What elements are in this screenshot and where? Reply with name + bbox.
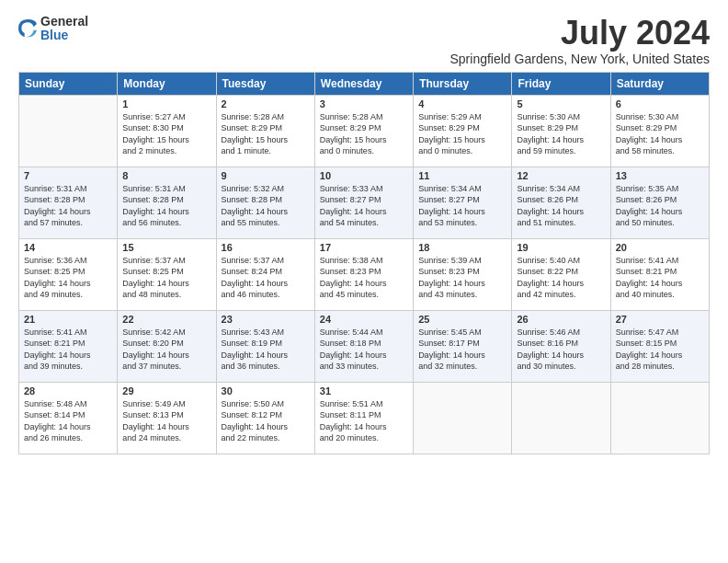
table-cell bbox=[19, 95, 118, 167]
day-number: 2 bbox=[222, 98, 310, 109]
day-number: 14 bbox=[24, 242, 112, 253]
day-number: 24 bbox=[320, 314, 408, 325]
day-number: 5 bbox=[517, 98, 605, 109]
logo-general: General bbox=[40, 15, 88, 29]
day-number: 22 bbox=[122, 314, 210, 325]
day-number: 27 bbox=[616, 314, 704, 325]
day-info: Sunrise: 5:41 AM Sunset: 8:21 PM Dayligh… bbox=[24, 327, 112, 373]
day-info: Sunrise: 5:33 AM Sunset: 8:27 PM Dayligh… bbox=[320, 183, 408, 229]
day-info: Sunrise: 5:44 AM Sunset: 8:18 PM Dayligh… bbox=[320, 327, 408, 373]
day-info: Sunrise: 5:47 AM Sunset: 8:15 PM Dayligh… bbox=[616, 327, 704, 373]
table-cell: 11Sunrise: 5:34 AM Sunset: 8:27 PM Dayli… bbox=[414, 167, 512, 238]
table-cell: 4Sunrise: 5:29 AM Sunset: 8:29 PM Daylig… bbox=[414, 95, 512, 167]
day-info: Sunrise: 5:30 AM Sunset: 8:29 PM Dayligh… bbox=[616, 111, 704, 157]
table-cell: 19Sunrise: 5:40 AM Sunset: 8:22 PM Dayli… bbox=[512, 238, 610, 310]
day-number: 9 bbox=[222, 170, 310, 181]
table-cell: 17Sunrise: 5:38 AM Sunset: 8:23 PM Dayli… bbox=[314, 238, 413, 310]
calendar-table: Sunday Monday Tuesday Wednesday Thursday… bbox=[18, 72, 710, 454]
day-number: 18 bbox=[418, 242, 506, 253]
day-number: 29 bbox=[122, 385, 210, 396]
day-number: 31 bbox=[320, 385, 408, 396]
table-cell: 27Sunrise: 5:47 AM Sunset: 8:15 PM Dayli… bbox=[610, 310, 709, 382]
header-sunday: Sunday bbox=[19, 72, 118, 95]
day-info: Sunrise: 5:37 AM Sunset: 8:25 PM Dayligh… bbox=[122, 255, 210, 301]
table-cell: 7Sunrise: 5:31 AM Sunset: 8:28 PM Daylig… bbox=[19, 167, 118, 238]
table-row: 21Sunrise: 5:41 AM Sunset: 8:21 PM Dayli… bbox=[19, 310, 710, 382]
subtitle: Springfield Gardens, New York, United St… bbox=[450, 52, 711, 66]
day-number: 6 bbox=[616, 98, 704, 109]
table-cell: 22Sunrise: 5:42 AM Sunset: 8:20 PM Dayli… bbox=[118, 310, 216, 382]
day-info: Sunrise: 5:34 AM Sunset: 8:27 PM Dayligh… bbox=[418, 183, 506, 229]
day-info: Sunrise: 5:50 AM Sunset: 8:12 PM Dayligh… bbox=[222, 398, 310, 444]
table-row: 28Sunrise: 5:48 AM Sunset: 8:14 PM Dayli… bbox=[19, 382, 710, 454]
day-info: Sunrise: 5:43 AM Sunset: 8:19 PM Dayligh… bbox=[222, 327, 310, 373]
table-cell bbox=[610, 382, 709, 454]
table-cell: 29Sunrise: 5:49 AM Sunset: 8:13 PM Dayli… bbox=[118, 382, 216, 454]
day-number: 7 bbox=[24, 170, 112, 181]
title-area: July 2024 Springfield Gardens, New York,… bbox=[450, 15, 711, 66]
day-number: 28 bbox=[24, 385, 112, 396]
day-info: Sunrise: 5:45 AM Sunset: 8:17 PM Dayligh… bbox=[418, 327, 506, 373]
main-title: July 2024 bbox=[450, 15, 711, 52]
day-info: Sunrise: 5:27 AM Sunset: 8:30 PM Dayligh… bbox=[122, 111, 210, 157]
table-cell: 30Sunrise: 5:50 AM Sunset: 8:12 PM Dayli… bbox=[216, 382, 314, 454]
day-number: 21 bbox=[24, 314, 112, 325]
day-number: 10 bbox=[320, 170, 408, 181]
day-info: Sunrise: 5:30 AM Sunset: 8:29 PM Dayligh… bbox=[517, 111, 605, 157]
table-cell: 24Sunrise: 5:44 AM Sunset: 8:18 PM Dayli… bbox=[314, 310, 413, 382]
day-number: 8 bbox=[122, 170, 210, 181]
page: General Blue July 2024 Springfield Garde… bbox=[0, 0, 728, 563]
table-cell: 14Sunrise: 5:36 AM Sunset: 8:25 PM Dayli… bbox=[19, 238, 118, 310]
day-number: 20 bbox=[616, 242, 704, 253]
table-cell bbox=[512, 382, 610, 454]
day-info: Sunrise: 5:40 AM Sunset: 8:22 PM Dayligh… bbox=[517, 255, 605, 301]
header: General Blue July 2024 Springfield Garde… bbox=[18, 15, 710, 66]
day-number: 12 bbox=[517, 170, 605, 181]
table-cell: 6Sunrise: 5:30 AM Sunset: 8:29 PM Daylig… bbox=[610, 95, 709, 167]
header-monday: Monday bbox=[118, 72, 216, 95]
day-number: 1 bbox=[122, 98, 210, 109]
table-cell: 26Sunrise: 5:46 AM Sunset: 8:16 PM Dayli… bbox=[512, 310, 610, 382]
table-cell: 2Sunrise: 5:28 AM Sunset: 8:29 PM Daylig… bbox=[216, 95, 314, 167]
day-number: 19 bbox=[517, 242, 605, 253]
table-cell: 10Sunrise: 5:33 AM Sunset: 8:27 PM Dayli… bbox=[314, 167, 413, 238]
weekday-header-row: Sunday Monday Tuesday Wednesday Thursday… bbox=[19, 72, 710, 95]
day-info: Sunrise: 5:46 AM Sunset: 8:16 PM Dayligh… bbox=[517, 327, 605, 373]
day-number: 3 bbox=[320, 98, 408, 109]
day-info: Sunrise: 5:36 AM Sunset: 8:25 PM Dayligh… bbox=[24, 255, 112, 301]
table-cell: 3Sunrise: 5:28 AM Sunset: 8:29 PM Daylig… bbox=[314, 95, 413, 167]
day-info: Sunrise: 5:29 AM Sunset: 8:29 PM Dayligh… bbox=[418, 111, 506, 157]
table-cell: 1Sunrise: 5:27 AM Sunset: 8:30 PM Daylig… bbox=[118, 95, 216, 167]
day-number: 11 bbox=[418, 170, 506, 181]
table-cell: 16Sunrise: 5:37 AM Sunset: 8:24 PM Dayli… bbox=[216, 238, 314, 310]
table-cell bbox=[414, 382, 512, 454]
day-number: 15 bbox=[122, 242, 210, 253]
day-number: 26 bbox=[517, 314, 605, 325]
table-cell: 18Sunrise: 5:39 AM Sunset: 8:23 PM Dayli… bbox=[414, 238, 512, 310]
table-cell: 20Sunrise: 5:41 AM Sunset: 8:21 PM Dayli… bbox=[610, 238, 709, 310]
table-cell: 21Sunrise: 5:41 AM Sunset: 8:21 PM Dayli… bbox=[19, 310, 118, 382]
header-thursday: Thursday bbox=[414, 72, 512, 95]
day-info: Sunrise: 5:38 AM Sunset: 8:23 PM Dayligh… bbox=[320, 255, 408, 301]
table-cell: 13Sunrise: 5:35 AM Sunset: 8:26 PM Dayli… bbox=[610, 167, 709, 238]
table-cell: 5Sunrise: 5:30 AM Sunset: 8:29 PM Daylig… bbox=[512, 95, 610, 167]
header-saturday: Saturday bbox=[610, 72, 709, 95]
table-cell: 28Sunrise: 5:48 AM Sunset: 8:14 PM Dayli… bbox=[19, 382, 118, 454]
day-info: Sunrise: 5:42 AM Sunset: 8:20 PM Dayligh… bbox=[122, 327, 210, 373]
day-info: Sunrise: 5:41 AM Sunset: 8:21 PM Dayligh… bbox=[616, 255, 704, 301]
day-number: 17 bbox=[320, 242, 408, 253]
day-number: 16 bbox=[222, 242, 310, 253]
table-row: 7Sunrise: 5:31 AM Sunset: 8:28 PM Daylig… bbox=[19, 167, 710, 238]
day-info: Sunrise: 5:31 AM Sunset: 8:28 PM Dayligh… bbox=[122, 183, 210, 229]
table-cell: 12Sunrise: 5:34 AM Sunset: 8:26 PM Dayli… bbox=[512, 167, 610, 238]
table-cell: 31Sunrise: 5:51 AM Sunset: 8:11 PM Dayli… bbox=[314, 382, 413, 454]
day-info: Sunrise: 5:28 AM Sunset: 8:29 PM Dayligh… bbox=[320, 111, 408, 157]
logo-text: General Blue bbox=[40, 15, 88, 43]
day-info: Sunrise: 5:48 AM Sunset: 8:14 PM Dayligh… bbox=[24, 398, 112, 444]
day-info: Sunrise: 5:35 AM Sunset: 8:26 PM Dayligh… bbox=[616, 183, 704, 229]
day-number: 23 bbox=[222, 314, 310, 325]
day-number: 30 bbox=[222, 385, 310, 396]
day-info: Sunrise: 5:39 AM Sunset: 8:23 PM Dayligh… bbox=[418, 255, 506, 301]
table-cell: 23Sunrise: 5:43 AM Sunset: 8:19 PM Dayli… bbox=[216, 310, 314, 382]
logo: General Blue bbox=[18, 15, 88, 43]
